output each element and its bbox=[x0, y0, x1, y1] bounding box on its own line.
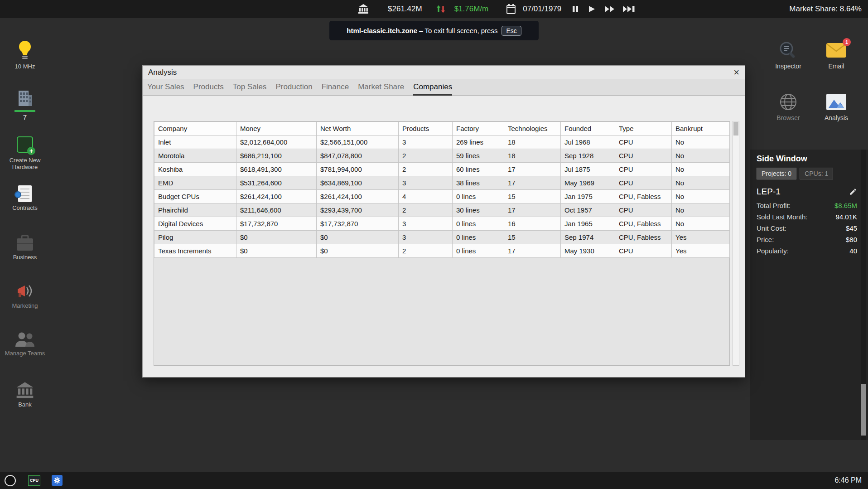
table-row: Inlet$2,012,684,000$2,566,151,0003269 li… bbox=[154, 136, 730, 149]
tab-production[interactable]: Production bbox=[275, 79, 312, 96]
edit-pencil-icon[interactable] bbox=[849, 188, 857, 196]
email-unread-badge: 1 bbox=[843, 38, 851, 46]
sidebar-item-label: 10 MHz bbox=[0, 63, 50, 70]
sidebar-item-factory[interactable]: 7 bbox=[0, 89, 50, 121]
table-header-row: Company Money Net Worth Products Factory… bbox=[154, 122, 730, 136]
stat-label: Price: bbox=[757, 236, 774, 243]
sidebar-item-marketing[interactable]: Marketing bbox=[0, 284, 50, 309]
taskbar-settings-gear-icon[interactable] bbox=[52, 475, 63, 486]
table-scrollbar[interactable] bbox=[733, 121, 739, 366]
factory-count-label: 7 bbox=[0, 114, 50, 121]
desktop-icon-label: Email bbox=[815, 63, 858, 70]
stat-row: Total Profit: $8.65M bbox=[757, 200, 857, 211]
sidebar-item-create-new-hardware[interactable]: + Create New Hardware bbox=[0, 136, 50, 170]
tab-your-sales[interactable]: Your Sales bbox=[147, 79, 184, 96]
sidebar-item-label: Business bbox=[0, 254, 50, 261]
people-icon bbox=[0, 331, 50, 348]
new-hardware-icon: + bbox=[0, 136, 50, 153]
side-window-scrollbar-thumb[interactable] bbox=[861, 384, 866, 436]
table-row: Digital Devices$17,732,870$17,732,87030 … bbox=[154, 217, 730, 231]
taskbar: CPU 6:46 PM bbox=[0, 472, 868, 489]
sidebar-item-label: Create New Hardware bbox=[0, 157, 50, 170]
tab-market-share[interactable]: Market Share bbox=[358, 79, 404, 96]
cpus-filter-button[interactable]: CPUs: 1 bbox=[800, 168, 833, 179]
desktop-icon-inspector[interactable]: Inspector bbox=[767, 40, 810, 70]
table-row: Pilog$0$030 lines15Sep 1974CPU, FablessY… bbox=[154, 231, 730, 244]
column-header: Factory bbox=[453, 122, 504, 136]
product-stats: Total Profit: $8.65M Sold Last Month: 94… bbox=[757, 200, 857, 257]
analysis-tab-bar: Your Sales Products Top Sales Production… bbox=[143, 79, 745, 96]
contracts-document-icon bbox=[0, 185, 50, 202]
desktop-icon-label: Analysis bbox=[815, 114, 858, 121]
esc-key-hint: Esc bbox=[502, 26, 521, 36]
pause-button[interactable] bbox=[572, 5, 579, 13]
stat-label: Sold Last Month: bbox=[757, 213, 808, 221]
sidebar-item-label: Contracts bbox=[0, 204, 50, 211]
column-header: Type bbox=[615, 122, 672, 136]
calendar-icon bbox=[506, 4, 516, 14]
desktop-icon-browser[interactable]: Browser bbox=[767, 92, 810, 121]
stat-row: Unit Cost: $45 bbox=[757, 223, 857, 234]
factory-level-bar bbox=[14, 110, 35, 112]
desktop-icon-analysis[interactable]: Analysis bbox=[815, 92, 858, 121]
table-row: Budget CPUs$261,424,100$261,424,10040 li… bbox=[154, 190, 730, 203]
notice-message: – To exit full screen, press bbox=[419, 27, 497, 34]
game-date: 07/01/1979 bbox=[523, 5, 561, 14]
game-screen: $261.42M $1.76M/m 07/01/1979 Market Shar… bbox=[0, 0, 868, 489]
bank-icon bbox=[358, 4, 369, 14]
sidebar-item-business[interactable]: Business bbox=[0, 235, 50, 261]
income-per-month: $1.76M/m bbox=[454, 5, 489, 14]
desktop-icon-label: Browser bbox=[767, 114, 810, 121]
side-window-panel: Side Window Projects: 0 CPUs: 1 LEP-1 To… bbox=[750, 150, 868, 440]
fastest-speed-button[interactable] bbox=[622, 5, 636, 13]
inspector-magnifier-icon bbox=[767, 40, 810, 61]
stat-row: Price: $80 bbox=[757, 234, 857, 245]
stat-value: 40 bbox=[849, 247, 857, 255]
companies-table: Company Money Net Worth Products Factory… bbox=[154, 121, 730, 258]
fullscreen-notice: html-classic.itch.zone – To exit full sc… bbox=[329, 21, 539, 40]
projects-filter-button[interactable]: Projects: 0 bbox=[757, 168, 796, 179]
taskbar-cpu-icon[interactable]: CPU bbox=[28, 475, 40, 486]
close-icon[interactable]: × bbox=[733, 66, 739, 79]
table-row: Phairchild$211,646,600$293,439,700230 li… bbox=[154, 203, 730, 217]
stat-label: Popularity: bbox=[757, 247, 789, 255]
taskbar-clock: 6:46 PM bbox=[834, 476, 862, 484]
fast-forward-button[interactable] bbox=[604, 5, 615, 13]
taskbar-menu-icon[interactable] bbox=[5, 475, 16, 486]
column-header: Money bbox=[236, 122, 317, 136]
sidebar-item-label: Marketing bbox=[0, 302, 50, 309]
desktop-icon-email[interactable]: 1 Email bbox=[815, 40, 858, 70]
column-header: Company bbox=[154, 122, 236, 136]
column-header: Products bbox=[399, 122, 453, 136]
analysis-window: Analysis × Your Sales Products Top Sales… bbox=[142, 65, 745, 378]
sidebar-item-contracts[interactable]: Contracts bbox=[0, 185, 50, 211]
globe-icon bbox=[767, 92, 810, 112]
table-row: EMD$531,264,600$634,869,100338 lines17Ma… bbox=[154, 176, 730, 190]
plus-badge-icon: + bbox=[27, 147, 35, 155]
table-row: Morotola$686,219,100$847,078,800259 line… bbox=[154, 149, 730, 163]
sidebar-item-manage-teams[interactable]: Manage Teams bbox=[0, 331, 50, 357]
company-money: $261.42M bbox=[388, 5, 422, 14]
stat-label: Unit Cost: bbox=[757, 224, 786, 232]
analysis-window-titlebar: Analysis × bbox=[143, 66, 745, 79]
stat-value: 94.01K bbox=[835, 213, 857, 221]
stat-value: $8.65M bbox=[834, 202, 857, 209]
tab-products[interactable]: Products bbox=[193, 79, 224, 96]
sidebar-item-research[interactable]: 10 MHz bbox=[0, 40, 50, 70]
table-scrollbar-thumb[interactable] bbox=[733, 122, 738, 136]
product-name: LEP-1 bbox=[757, 187, 781, 197]
sidebar-item-label: Bank bbox=[0, 401, 50, 408]
column-header: Bankrupt bbox=[672, 122, 730, 136]
tab-finance[interactable]: Finance bbox=[322, 79, 349, 96]
market-share-indicator: Market Share: 8.64% bbox=[789, 0, 862, 18]
tab-companies[interactable]: Companies bbox=[413, 79, 452, 96]
notice-domain: html-classic.itch.zone bbox=[347, 27, 417, 34]
tab-top-sales[interactable]: Top Sales bbox=[233, 79, 267, 96]
sidebar-item-label: Manage Teams bbox=[0, 350, 50, 357]
megaphone-icon bbox=[0, 284, 50, 300]
play-button[interactable] bbox=[588, 5, 595, 13]
side-window-scrollbar[interactable] bbox=[861, 150, 866, 440]
sidebar-item-bank[interactable]: Bank bbox=[0, 382, 50, 408]
stat-value: $45 bbox=[846, 224, 857, 232]
column-header: Founded bbox=[561, 122, 615, 136]
